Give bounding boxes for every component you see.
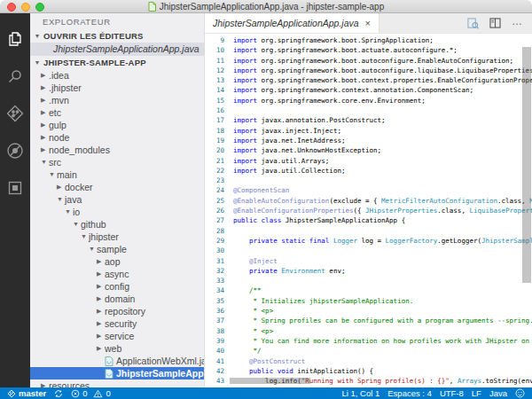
tree-item-folder[interactable]: ▶web [30, 342, 204, 355]
code-line[interactable]: 21import java.util.Arrays; [205, 156, 532, 166]
tree-item-folder[interactable]: ▶.mvn [30, 94, 204, 106]
feedback-smiley-button[interactable] [515, 388, 525, 398]
code-line[interactable]: 41 @PostConstruct [205, 356, 532, 366]
tree-item-folder[interactable]: ▶aop [30, 255, 204, 268]
git-branch-indicator[interactable]: master [7, 388, 46, 398]
code-text: @PostConstruct [233, 356, 305, 366]
code-line[interactable]: 39 * You can find more information on ho… [205, 336, 532, 346]
tree-item-file[interactable]: JhipsterSampleApplicationApp.java [30, 367, 204, 379]
search-icon[interactable] [0, 58, 30, 95]
code-line[interactable]: 40 */ [205, 346, 532, 356]
line-number: 11 [205, 56, 233, 66]
traffic-lights [7, 3, 44, 12]
tab-active[interactable]: JhipsterSampleApplicationApp.java × [205, 13, 379, 33]
code-line[interactable]: 17import javax.annotation.PostConstruct; [205, 115, 532, 125]
tree-item-folder[interactable]: ▶.idea [30, 69, 204, 82]
zoom-window-button[interactable] [35, 3, 44, 12]
encoding-setting[interactable]: UTF-8 [440, 388, 464, 398]
open-editor-item[interactable]: JhipsterSampleApplicationApp.java src/m.… [30, 43, 204, 56]
code-line[interactable]: 42 public void initApplication() { [205, 366, 532, 376]
code-line[interactable]: 24@ComponentScan [205, 185, 532, 195]
open-editors-header[interactable]: ▼ OUVRIR LES ÉDITEURS [30, 29, 204, 43]
split-editor-icon[interactable] [489, 18, 501, 28]
code-line[interactable]: 28 [205, 226, 532, 236]
tree-item-folder[interactable]: ▼java [30, 193, 204, 206]
open-preview-icon[interactable] [467, 18, 479, 29]
code-line[interactable]: 29 private static final Logger log = Log… [205, 236, 532, 246]
title-bar[interactable]: JhipsterSampleApplicationApp.java - jhip… [0, 0, 532, 13]
code-line[interactable]: 37 * Spring profiles can be configured w… [205, 316, 532, 325]
close-window-button[interactable] [7, 3, 16, 12]
tree-item-folder[interactable]: ▼sample [30, 243, 204, 255]
tree-item-folder[interactable]: ▼main [30, 168, 204, 181]
tree-item-folder[interactable]: ▼jhipster [30, 231, 204, 243]
tree-item-folder[interactable]: ▶resources [30, 379, 204, 387]
code-line[interactable]: 23 [205, 176, 532, 185]
tree-item-folder[interactable]: ▼src [30, 156, 204, 168]
tree-item-folder[interactable]: ▶.jhipster [30, 82, 204, 94]
status-bar: master 0 0 Li 1, Col 1 Espace [0, 387, 532, 399]
tree-item-folder[interactable]: ▶service [30, 330, 204, 342]
tree-item-folder[interactable]: ▶gulp [30, 119, 204, 131]
code-line[interactable]: 10import org.springframework.boot.actuat… [205, 45, 532, 55]
tree-item-folder[interactable]: ▼io [30, 206, 204, 218]
code-line[interactable]: 30 [205, 246, 532, 255]
code-line[interactable]: 32 private Environment env; [205, 266, 532, 276]
source-control-icon[interactable] [0, 95, 30, 132]
code-line[interactable]: 33 [205, 276, 532, 286]
tree-item-folder[interactable]: ▶node_modules [30, 144, 204, 156]
cursor-position[interactable]: Li 1, Col 1 [341, 388, 379, 398]
problems-indicator[interactable]: 0 0 [71, 388, 111, 398]
tab-close-icon[interactable]: × [365, 19, 371, 28]
extensions-icon[interactable] [0, 169, 30, 207]
code-line[interactable]: 18import javax.inject.Inject; [205, 126, 532, 136]
warning-icon [93, 389, 103, 398]
code-line[interactable]: 25@EnableAutoConfiguration(exclude = { M… [205, 196, 532, 206]
tree-item-folder[interactable]: ▼github [30, 218, 204, 231]
code-line[interactable]: 26@EnableConfigurationProperties({ JHips… [205, 206, 532, 215]
language-mode[interactable]: Java [489, 388, 507, 398]
code-line[interactable]: 9import org.springframework.boot.SpringA… [205, 35, 532, 45]
code-line[interactable]: 44 Collection<String> activeProfiles = A… [205, 386, 532, 387]
code-editor[interactable]: 9import org.springframework.boot.SpringA… [205, 34, 532, 387]
tree-item-folder[interactable]: ▶etc [30, 106, 204, 119]
code-line[interactable]: 27public class JhipsterSampleApplication… [205, 215, 532, 225]
code-line[interactable]: 34 /** [205, 286, 532, 295]
debug-icon[interactable] [0, 132, 30, 169]
more-actions-icon[interactable]: … [512, 21, 523, 26]
chevron-collapsed-icon: ▶ [97, 293, 105, 305]
project-section-header[interactable]: ▼ JHIPSTER-SAMPLE-APP [30, 56, 204, 69]
sync-button[interactable] [54, 389, 63, 398]
code-line[interactable]: 13import org.springframework.boot.contex… [205, 75, 532, 85]
horizontal-scrollbar[interactable] [230, 378, 310, 384]
tree-item-folder[interactable]: ▶async [30, 268, 204, 280]
code-line[interactable]: 14import org.springframework.context.ann… [205, 85, 532, 95]
code-line[interactable]: 36 * <p> [205, 306, 532, 316]
vertical-scrollbar[interactable] [522, 47, 531, 283]
tree-item-folder[interactable]: ▶domain [30, 293, 204, 305]
tree-item-folder[interactable]: ▶security [30, 317, 204, 330]
tree-item-file[interactable]: ApplicationWebXml.java [30, 355, 204, 367]
code-line[interactable]: 22import java.util.Collection; [205, 166, 532, 176]
error-count: 0 [82, 388, 87, 398]
code-text: /** [233, 286, 262, 295]
line-number: 24 [205, 185, 233, 195]
code-line[interactable]: 38 * <p> [205, 326, 532, 336]
indentation-setting[interactable]: Espaces : 4 [387, 388, 432, 398]
tree-item-folder[interactable]: ▶docker [30, 181, 204, 193]
code-line[interactable]: 15import org.springframework.core.env.En… [205, 96, 532, 106]
code-line[interactable]: 35 * Initializes jhipsterSampleApplicati… [205, 296, 532, 306]
tree-item-folder[interactable]: ▶repository [30, 305, 204, 317]
code-line[interactable]: 20import java.net.UnknownHostException; [205, 145, 532, 155]
minimize-window-button[interactable] [21, 3, 30, 12]
line-number: 42 [205, 366, 233, 376]
code-line[interactable]: 19import java.net.InetAddress; [205, 136, 532, 145]
eol-setting[interactable]: LF [472, 388, 481, 398]
code-line[interactable]: 12import org.springframework.boot.autoco… [205, 66, 532, 75]
explorer-icon[interactable] [0, 20, 30, 58]
tree-item-folder[interactable]: ▶node [30, 131, 204, 144]
code-line[interactable]: 31 @Inject [205, 256, 532, 266]
code-line[interactable]: 11import org.springframework.boot.autoco… [205, 56, 532, 66]
code-line[interactable]: 16 [205, 106, 532, 115]
tree-item-folder[interactable]: ▶config [30, 280, 204, 293]
